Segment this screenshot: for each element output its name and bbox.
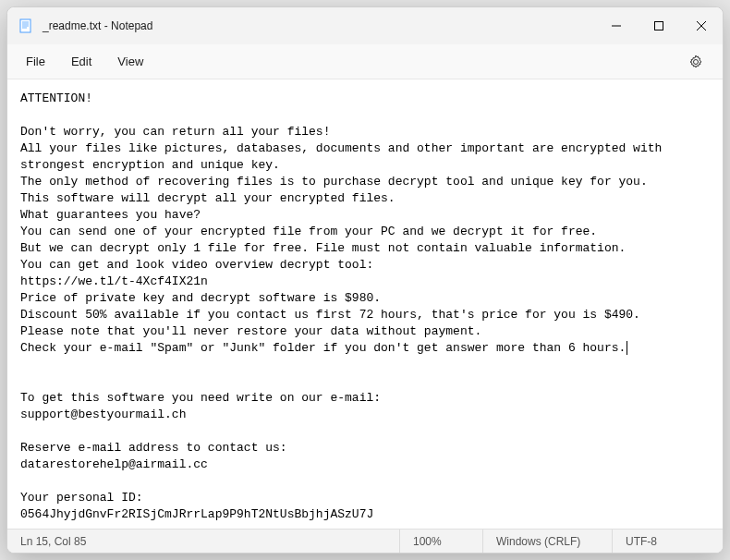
text-line: 0564JhyjdGnvFr2RISjCmJRrrLap9P9hT2NtUsBb… (20, 507, 373, 521)
text-line: You can get and look video overview decr… (20, 258, 373, 272)
titlebar[interactable]: _readme.txt - Notepad (7, 7, 723, 44)
text-line: support@bestyourmail.ch (20, 408, 186, 421)
status-position: Ln 15, Col 85 (7, 530, 99, 553)
menu-view[interactable]: View (104, 49, 156, 74)
menu-file[interactable]: File (13, 49, 58, 74)
window-title: _readme.txt - Notepad (43, 19, 152, 32)
text-line: Check your e-mail "Spam" or "Junk" folde… (20, 341, 627, 355)
text-line: But we can decrypt only 1 file for free.… (20, 241, 626, 255)
text-line: Reserve e-mail address to contact us: (20, 441, 287, 455)
text-area[interactable]: ATTENTION! Don't worry, you can return a… (7, 79, 723, 529)
notepad-icon (18, 18, 33, 33)
maximize-button[interactable] (638, 7, 680, 44)
menubar: File Edit View (7, 44, 723, 79)
gear-icon (688, 55, 703, 69)
minimize-button[interactable] (595, 7, 638, 44)
status-zoom[interactable]: 100% (399, 530, 482, 553)
text-line: Price of private key and decrypt softwar… (20, 291, 381, 305)
text-line: What guarantees you have? (20, 208, 201, 222)
text-line: You can send one of your encrypted file … (20, 225, 597, 238)
close-button[interactable] (680, 7, 723, 44)
text-line: This software will decrypt all your encr… (20, 191, 395, 205)
text-line: Your personal ID: (20, 491, 143, 505)
text-line: Discount 50% available if you contact us… (20, 308, 640, 322)
text-line: Please note that you'll never restore yo… (20, 324, 481, 338)
text-line: To get this software you need write on o… (20, 391, 381, 405)
text-line: ATTENTION! (20, 91, 92, 105)
menu-edit[interactable]: Edit (58, 49, 104, 74)
text-line: datarestorehelp@airmail.cc (20, 457, 208, 471)
text-line: The only method of recovering files is t… (20, 175, 648, 189)
settings-button[interactable] (680, 46, 712, 78)
text-line: Don't worry, you can return all your fil… (20, 125, 330, 139)
notepad-window: _readme.txt - Notepad File Edit View ATT… (6, 6, 724, 554)
status-encoding: UTF-8 (612, 530, 723, 553)
svg-rect-6 (655, 22, 663, 30)
window-controls (595, 7, 723, 44)
statusbar: Ln 15, Col 85 100% Windows (CRLF) UTF-8 (7, 529, 723, 553)
status-lineending: Windows (CRLF) (482, 530, 612, 553)
text-line: All your files like pictures, databases,… (20, 141, 669, 172)
text-line: https://we.tl/t-4Xcf4IX21n (20, 274, 208, 288)
